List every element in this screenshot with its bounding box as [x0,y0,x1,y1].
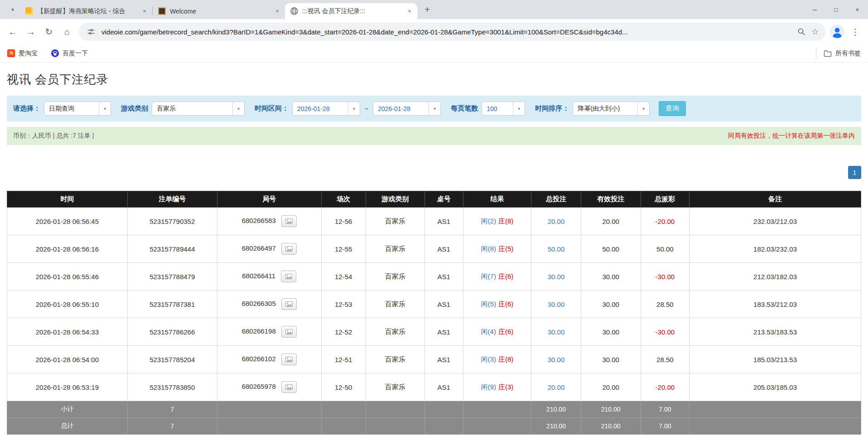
chevron-down-icon: ▾ [348,102,360,115]
tab-title: Welcome [170,8,270,15]
cell-payout: 28.50 [641,346,689,373]
subtotal-label: 小计 [7,401,128,418]
query-mode-select[interactable]: 日期查询 ▾ [44,102,111,116]
home-button[interactable]: ⌂ [58,23,76,41]
cell-bet-id: 523157785204 [127,346,217,373]
video-replay-button[interactable] [281,298,297,310]
result-banker: 庄(8) [498,355,513,363]
cell-table: AS1 [424,291,463,318]
total-label: 总计 [7,418,128,435]
video-replay-button[interactable] [281,243,297,255]
cell-game-type: 百家乐 [366,291,424,318]
cell-payout: 28.50 [641,291,689,318]
cell-valid-bet: 20.00 [581,373,641,401]
folder-icon [824,50,832,57]
video-replay-button[interactable] [281,381,297,393]
table-row: 2026-01-28 06:54:33 523157786266 6802661… [7,318,861,346]
round-number: 680266305 [242,300,276,307]
total-bet-link[interactable]: 50.00 [531,235,581,263]
tab-search-button[interactable]: ▾ [6,3,19,16]
col-header-payout: 总派彩 [641,191,689,208]
browser-window: ▾ 【新提醒】海燕策略论坛 - 综合 × Welcome × :::视讯 会员下… [0,0,868,441]
tab-close-icon[interactable]: × [140,7,149,15]
site-info-icon[interactable] [85,26,97,38]
total-bet-link[interactable]: 20.00 [531,208,581,235]
cell-session: 12-51 [321,346,366,373]
new-tab-button[interactable]: + [421,3,434,16]
profile-avatar[interactable] [828,23,846,41]
info-bar: 币别：人民币 | 总共 :7 注单 | 同局有效投注，统一计算在该局第一张注单内 [7,127,861,145]
cell-time: 2026-01-28 06:55:10 [7,291,128,318]
cell-table: AS1 [424,346,463,373]
round-number: 680266411 [242,272,275,280]
result-player: 闲(7) [481,272,496,280]
cell-valid-bet: 30.00 [581,346,641,373]
minimize-button[interactable]: ─ [804,0,825,19]
window-controls: ─ □ × [804,0,868,19]
total-valid-bet: 210.00 [581,418,641,435]
cell-result: 闲(3)庄(8) [463,346,531,373]
game-type-select[interactable]: 百家乐 ▾ [152,102,245,116]
result-player: 闲(4) [481,328,496,335]
total-total-bet: 210.00 [531,418,581,435]
per-page-select[interactable]: 100 ▾ [482,102,525,116]
round-number: 680266583 [242,217,276,224]
cell-round: 680266583 [217,208,321,235]
forward-button[interactable]: → [22,23,40,41]
col-header-table: 桌号 [424,191,463,208]
bookmark-star-icon[interactable]: ☆ [808,25,822,39]
bookmark-baidu[interactable]: 百度一下 [51,49,88,58]
cell-bet-id: 523157786266 [127,318,217,346]
round-number: 680266198 [242,327,276,335]
reload-button[interactable]: ↻ [40,23,58,41]
close-button[interactable]: × [847,0,868,19]
page-title: 视讯 会员下注纪录 [7,72,861,87]
cell-note: 205.03/185.03 [690,373,861,401]
cell-valid-bet: 30.00 [581,263,641,291]
maximize-button[interactable]: □ [825,0,847,19]
bookmark-aitaobao[interactable]: 淘 爱淘宝 [7,49,38,58]
tab-forum[interactable]: 【新提醒】海燕策略论坛 - 综合 × [20,3,152,19]
total-bet-link[interactable]: 30.00 [531,346,581,373]
cell-session: 12-50 [321,373,366,401]
total-bet-link[interactable]: 30.00 [531,318,581,346]
query-mode-value: 日期查询 [44,105,99,113]
tab-close-icon[interactable]: × [405,7,414,15]
table-body: 2026-01-28 06:56:45 523157790352 6802665… [7,208,861,401]
tab-title: 【新提醒】海燕策略论坛 - 综合 [37,7,138,15]
video-replay-icon [285,329,293,334]
video-replay-button[interactable] [281,215,297,227]
date-end-select[interactable]: 2026-01-28 ▾ [373,102,441,116]
filter-bar: 请选择： 日期查询 ▾ 游戏类别 百家乐 ▾ 时间区间： 2026-01-28 … [7,96,861,121]
tab-welcome[interactable]: Welcome × [153,3,285,19]
subtotal-total-bet: 210.00 [531,401,581,418]
cell-payout: 50.00 [641,235,689,263]
search-button[interactable]: 查询 [659,101,686,116]
round-number: 680266102 [242,355,276,363]
cell-round: 680266411 [217,263,321,291]
video-replay-button[interactable] [281,326,297,338]
browser-menu-kebab-icon[interactable]: ⋮ [846,23,864,41]
total-bet-link[interactable]: 30.00 [531,291,581,318]
all-bookmarks-button[interactable]: 所有书签 [816,48,861,59]
pagination-page-1[interactable]: 1 [848,166,861,179]
total-bet-link[interactable]: 30.00 [531,263,581,291]
cell-table: AS1 [424,318,463,346]
cell-result: 闲(9)庄(3) [463,373,531,401]
total-payout: 7.00 [641,418,689,435]
video-replay-button[interactable] [281,354,297,365]
cell-time: 2026-01-28 06:56:45 [7,208,128,235]
result-player: 闲(5) [481,300,496,308]
zoom-magnifier-icon[interactable] [795,25,808,39]
url-bar[interactable]: videoie.com/game/betrecord_search/kind3?… [79,23,825,41]
tab-close-icon[interactable]: × [273,7,281,15]
date-start-select[interactable]: 2026-01-28 ▾ [292,102,360,116]
sort-select[interactable]: 降幂(由大到小) ▾ [573,102,650,116]
back-button[interactable]: ← [4,23,22,41]
result-player: 闲(3) [481,355,496,363]
result-banker: 庄(8) [498,217,513,225]
cell-note: 185.03/213.53 [690,346,861,373]
tab-bet-records-active[interactable]: :::视讯 会员下注纪录::: × [285,3,417,19]
video-replay-button[interactable] [281,271,296,282]
total-bet-link[interactable]: 20.00 [531,373,581,401]
